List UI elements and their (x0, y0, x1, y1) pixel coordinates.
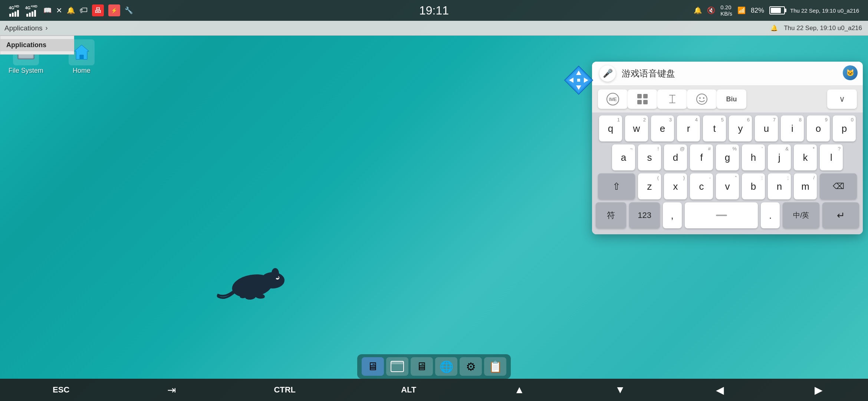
notification-icon: 🔔 (694, 6, 702, 14)
key-down[interactable]: ▼ (615, 384, 625, 396)
key-v[interactable]: "v (716, 173, 739, 199)
key-comma[interactable]: , (663, 202, 682, 228)
key-i[interactable]: 8i (781, 115, 804, 141)
key-right[interactable]: ▶ (815, 384, 823, 396)
key-shift[interactable]: ⇧ (598, 173, 635, 199)
svg-point-30 (699, 97, 701, 99)
svg-rect-25 (643, 94, 648, 98)
key-row-3: ⇧ (z )x -c "v :b ;n /m ⌫ (596, 173, 859, 199)
key-left[interactable]: ◀ (716, 384, 724, 396)
key-o[interactable]: 9o (807, 115, 830, 141)
keyboard-avatar: 🐱 (843, 65, 858, 80)
biu-button[interactable]: Biu (717, 89, 746, 109)
key-period[interactable]: . (761, 202, 780, 228)
menu-left[interactable]: Applications › (0, 24, 47, 32)
mic-icon[interactable]: 🎤 (599, 65, 616, 82)
ime-button[interactable]: IME (598, 89, 628, 109)
key-d[interactable]: @d (664, 144, 687, 170)
battery-percent: 82% (751, 7, 764, 14)
svg-rect-32 (716, 215, 727, 216)
collapse-button[interactable]: ∨ (827, 89, 857, 109)
key-w[interactable]: 2w (625, 115, 648, 141)
mouse-illustration (215, 260, 282, 304)
signal-4ghd: 4GHD (9, 4, 21, 17)
app-menu-header[interactable]: Applications (0, 39, 74, 51)
applications-label[interactable]: Applications (4, 24, 42, 32)
key-l[interactable]: ?l (820, 144, 843, 170)
bottom-bar: ESC ⇥ CTRL ALT ▲ ▼ ◀ ▶ (0, 379, 868, 401)
menu-bell-icon: 🔔 (770, 25, 778, 32)
key-k[interactable]: *k (794, 144, 817, 170)
key-zh-en[interactable]: 中/英 (783, 202, 819, 228)
key-ctrl[interactable]: CTRL (266, 382, 303, 398)
key-j[interactable]: &j (768, 144, 791, 170)
key-fu[interactable]: 符 (596, 202, 626, 228)
key-tab[interactable]: ⇥ (167, 384, 176, 396)
bell-icon: 🔔 (67, 6, 75, 14)
cross-icon: ✕ (56, 6, 62, 15)
key-z[interactable]: (z (638, 173, 661, 199)
key-u[interactable]: 7u (755, 115, 778, 141)
status-right: 🔔 🔇 0.20KB/s 📶 82% Thu 22 Sep, 19:10 u0_… (694, 4, 859, 17)
key-q[interactable]: 1q (599, 115, 622, 141)
emoji-button[interactable] (687, 89, 717, 109)
taskbar-settings[interactable]: ⚙ (460, 357, 482, 376)
key-c[interactable]: -c (690, 173, 713, 199)
svg-rect-27 (643, 100, 648, 104)
key-e[interactable]: 3e (651, 115, 674, 141)
svg-text:IME: IME (609, 97, 617, 102)
keyboard-overlay: 🎤 游戏语音键盘 🐱 IME (592, 62, 863, 234)
key-backspace[interactable]: ⌫ (820, 173, 857, 199)
key-t[interactable]: 5t (703, 115, 726, 141)
key-m[interactable]: /m (794, 173, 817, 199)
key-n[interactable]: ;n (768, 173, 791, 199)
key-up[interactable]: ▲ (514, 384, 525, 396)
key-f[interactable]: #f (690, 144, 713, 170)
key-p[interactable]: 0p (833, 115, 856, 141)
taskbar-window[interactable] (386, 357, 408, 376)
svg-rect-24 (637, 94, 642, 98)
menu-right: 🔔 Thu 22 Sep, 19:10 u0_a216 (770, 25, 868, 32)
svg-rect-26 (637, 100, 642, 104)
taskbar-screen[interactable]: 🖥 (411, 357, 433, 376)
svg-rect-5 (80, 55, 83, 59)
keyboard-title: 游戏语音键盘 (622, 68, 675, 79)
signal-4ghd2: 4G+HD (25, 4, 39, 17)
key-y[interactable]: 6y (729, 115, 752, 141)
move-icon[interactable] (564, 65, 594, 95)
menu-bar: Applications › 🔔 Thu 22 Sep, 19:10 u0_a2… (0, 21, 868, 36)
key-a[interactable]: ~a (612, 144, 635, 170)
grid-button[interactable] (628, 89, 657, 109)
taskbar-globe[interactable]: 🌐 (435, 357, 457, 376)
menu-arrow: › (45, 24, 47, 32)
key-enter[interactable]: ↵ (822, 202, 859, 228)
svg-text:⌶: ⌶ (669, 93, 675, 104)
brand-icon: 品 (92, 4, 104, 16)
taskbar-desktop[interactable]: 🖥 (362, 357, 384, 376)
datetime-label: Thu 22 Sep, 19:10 u0_a216 (790, 7, 859, 14)
key-alt[interactable]: ALT (394, 382, 424, 398)
cursor-button[interactable]: ⌶ (657, 89, 687, 109)
status-left: 4GHD 4G+HD 📖 ✕ 🔔 (9, 4, 133, 17)
key-esc[interactable]: ESC (45, 382, 77, 398)
mute-icon: 🔇 (707, 6, 715, 14)
key-x[interactable]: )x (664, 173, 687, 199)
key-123[interactable]: 123 (629, 202, 660, 228)
time-display: 19:11 (419, 4, 449, 17)
pay-icon: 🏷 (79, 6, 88, 15)
taskbar: 🖥 🖥 🌐 ⚙ 📋 (357, 354, 511, 379)
key-g[interactable]: %g (716, 144, 739, 170)
key-r[interactable]: 4r (677, 115, 700, 141)
taskbar-clipboard[interactable]: 📋 (484, 357, 506, 376)
book-icon: 📖 (43, 6, 52, 14)
key-space[interactable] (685, 202, 758, 228)
key-row-1: 1q 2w 3e 4r 5t 6y 7u 8i 9o 0p (596, 115, 859, 141)
avatar-icon: 🐱 (843, 65, 858, 80)
key-s[interactable]: !s (638, 144, 661, 170)
wifi-icon: 📶 (737, 6, 746, 14)
key-h[interactable]: 'h (742, 144, 765, 170)
keyboard-toolbar: 🐱 IME ⌶ (592, 86, 863, 113)
svg-rect-21 (577, 79, 580, 82)
svg-point-31 (703, 97, 704, 99)
key-b[interactable]: :b (742, 173, 765, 199)
